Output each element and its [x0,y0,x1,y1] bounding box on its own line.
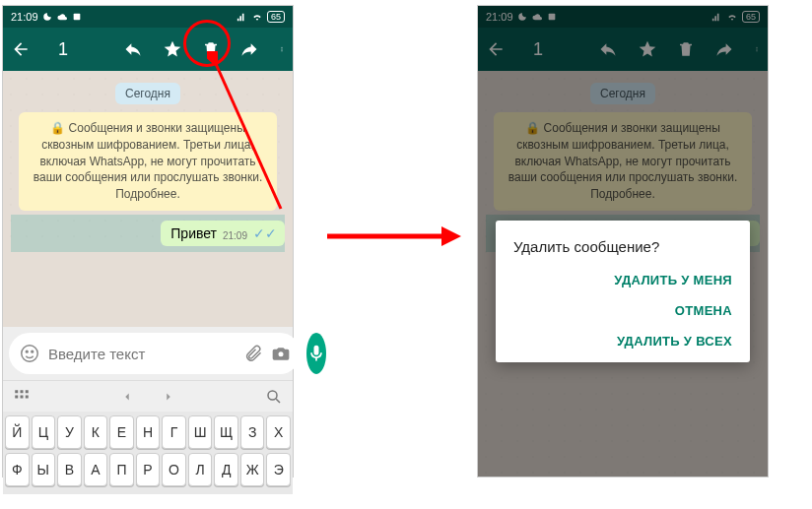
key-Г[interactable]: Г [162,415,186,449]
key-К[interactable]: К [84,415,108,449]
chevron-right-icon[interactable] [162,390,175,404]
svg-point-4 [22,346,38,362]
delete-for-all-button[interactable]: УДАЛИТЬ У ВСЕХ [617,334,732,349]
svg-rect-8 [15,390,18,393]
encryption-notice[interactable]: 🔒 Сообщения и звонки защищены сквозным ш… [19,112,277,211]
mic-button[interactable] [306,333,326,374]
battery-indicator: 65 [267,11,285,23]
key-Ы[interactable]: Ы [32,453,56,486]
key-Ш[interactable]: Ш [188,415,213,449]
key-Н[interactable]: Н [136,415,161,449]
cloud-icon [56,12,68,22]
key-Ж[interactable]: Ж [240,453,265,486]
read-ticks-icon: ✓✓ [253,225,277,241]
reply-icon[interactable] [123,39,143,59]
key-Р[interactable]: Р [136,453,161,486]
message-bubble[interactable]: Привет 21:09 ✓✓ [161,221,285,246]
key-Ф[interactable]: Ф [5,453,30,486]
grid-icon[interactable] [13,388,31,406]
more-icon[interactable] [279,39,285,59]
star-icon[interactable] [163,39,182,59]
phone-screenshot-right: 21:09 65 1 Сегодня 🔒 Сообщения и звонки … [477,5,769,477]
cancel-button[interactable]: ОТМЕНА [675,303,732,318]
key-Л[interactable]: Л [188,453,213,486]
annotation-arrow-transition [325,224,463,248]
selected-message-row[interactable]: Привет 21:09 ✓✓ [11,215,285,252]
key-В[interactable]: В [57,453,82,486]
svg-point-6 [32,350,34,352]
chevron-left-icon[interactable] [120,390,134,404]
message-input-pill[interactable] [9,333,301,374]
key-Д[interactable]: Д [214,453,238,486]
message-input[interactable] [48,346,236,362]
message-input-bar [3,327,293,380]
svg-rect-9 [21,390,24,393]
svg-rect-10 [26,390,29,393]
chat-body: Сегодня 🔒 Сообщения и звонки защищены ск… [3,71,293,248]
status-time: 21:09 [11,11,38,23]
svg-point-3 [282,50,283,51]
svg-point-7 [279,351,284,356]
svg-point-1 [282,47,283,48]
key-Е[interactable]: Е [109,415,134,449]
key-О[interactable]: О [162,453,186,486]
key-З[interactable]: З [240,415,265,449]
camera-icon[interactable] [271,344,291,363]
attach-icon[interactable] [243,344,263,363]
forward-icon[interactable] [239,39,259,59]
key-А[interactable]: А [84,453,108,486]
mic-icon [306,344,326,363]
svg-rect-13 [26,395,29,398]
svg-point-2 [282,49,283,50]
key-Ц[interactable]: Ц [32,415,56,449]
key-П[interactable]: П [109,453,134,486]
date-chip: Сегодня [115,83,180,104]
dialog-title: Удалить сообщение? [513,238,742,255]
delete-dialog: Удалить сообщение? УДАЛИТЬ У МЕНЯ ОТМЕНА… [496,221,750,362]
message-time: 21:09 [223,230,247,241]
back-arrow-icon[interactable] [11,39,31,59]
key-Й[interactable]: Й [5,415,30,449]
emoji-icon[interactable] [19,343,40,364]
svg-rect-12 [21,395,24,398]
signal-icon [236,12,247,22]
svg-point-5 [26,350,28,352]
key-У[interactable]: У [57,415,82,449]
trash-icon[interactable] [202,39,220,59]
selection-count: 1 [58,39,103,60]
svg-rect-11 [15,395,18,398]
key-Э[interactable]: Э [266,453,291,486]
wifi-icon [251,12,263,22]
svg-point-14 [268,391,277,400]
selection-toolbar: 1 [3,28,293,71]
key-Щ[interactable]: Щ [214,415,238,449]
keyboard[interactable]: ЙЦУКЕНГШЩЗХ ФЫВАПРОЛДЖЭ [3,412,293,494]
delete-for-me-button[interactable]: УДАЛИТЬ У МЕНЯ [614,273,732,287]
message-text: Привет [170,225,217,241]
phone-screenshot-left: 21:09 65 1 Сегодня 🔒 Сообщения и звонки … [2,5,294,477]
key-Х[interactable]: Х [266,415,291,449]
status-bar: 21:09 65 [3,6,293,28]
svg-rect-0 [73,14,80,21]
app-icon [72,12,82,22]
moon-icon [42,12,52,22]
search-icon[interactable] [265,388,283,406]
keyboard-toolbar [3,380,293,412]
